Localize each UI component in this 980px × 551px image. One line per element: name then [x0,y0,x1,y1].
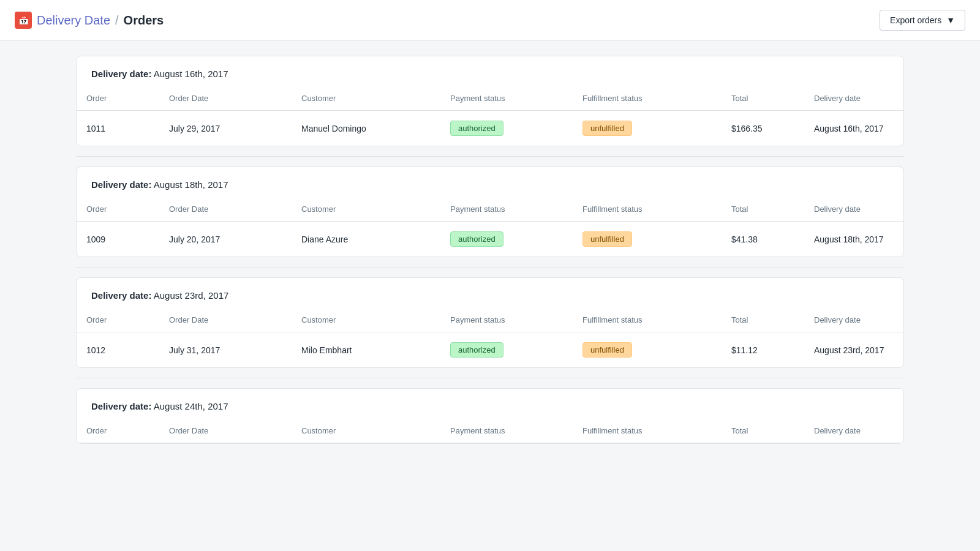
fulfillment-status-badge: unfulfilled [582,231,632,247]
cell-fulfillment-status: unfulfilled [573,222,722,257]
table-header-row: Order Order Date Customer Payment status… [77,419,903,443]
orders-table-1: Order Order Date Customer Payment status… [77,86,903,146]
cell-payment-status: authorized [440,222,573,257]
cell-customer: Diane Azure [292,222,440,257]
payment-status-badge: authorized [450,342,503,358]
col-header-customer: Customer [292,308,440,332]
cell-delivery-date: August 23rd, 2017 [804,332,903,368]
col-header-total: Total [722,308,804,332]
cell-order-date: July 20, 2017 [159,222,292,257]
col-header-total: Total [722,419,804,443]
col-header-delivery-date: Delivery date [804,419,903,443]
table-row[interactable]: 1009 July 20, 2017 Diane Azure authorize… [77,222,903,257]
export-orders-button[interactable]: Export orders ▼ [880,10,965,31]
col-header-delivery-date: Delivery date [804,197,903,222]
table-row[interactable]: 1012 July 31, 2017 Milo Embhart authoriz… [77,332,903,368]
col-header-fulfillment-status: Fulfillment status [573,308,722,332]
cell-fulfillment-status: unfulfilled [573,111,722,146]
breadcrumb-separator: / [115,13,119,28]
cell-order: 1012 [77,332,159,368]
delivery-date-label-3: Delivery date: [91,290,151,301]
col-header-payment-status: Payment status [440,86,573,111]
cell-order: 1009 [77,222,159,257]
delivery-date-value-3: August 23rd, 2017 [154,290,229,301]
col-header-delivery-date: Delivery date [804,86,903,111]
col-header-fulfillment-status: Fulfillment status [573,197,722,222]
table-row[interactable]: 1011 July 29, 2017 Manuel Domingo author… [77,111,903,146]
app-icon: 📅 [15,12,32,29]
col-header-customer: Customer [292,86,440,111]
col-header-order: Order [77,308,159,332]
cell-total: $11.12 [722,332,804,368]
delivery-date-value-1: August 16th, 2017 [154,69,228,79]
delivery-date-header-1: Delivery date: August 16th, 2017 [77,56,903,86]
col-header-customer: Customer [292,419,440,443]
cell-total: $166.35 [722,111,804,146]
header: 📅 Delivery Date / Orders Export orders ▼ [0,0,980,41]
col-header-order-date: Order Date [159,308,292,332]
cell-order-date: July 31, 2017 [159,332,292,368]
breadcrumb: 📅 Delivery Date / Orders [15,12,164,29]
cell-order: 1011 [77,111,159,146]
orders-table-4: Order Order Date Customer Payment status… [77,419,903,443]
delivery-date-value-2: August 18th, 2017 [154,179,228,190]
payment-status-badge: authorized [450,121,503,136]
cell-delivery-date: August 16th, 2017 [804,111,903,146]
col-header-payment-status: Payment status [440,197,573,222]
col-header-fulfillment-status: Fulfillment status [573,86,722,111]
delivery-date-header-3: Delivery date: August 23rd, 2017 [77,278,903,308]
group-divider-3 [76,378,904,378]
order-group-2: Delivery date: August 18th, 2017 Order O… [76,167,904,257]
delivery-date-header-2: Delivery date: August 18th, 2017 [77,167,903,197]
cell-order-date: July 29, 2017 [159,111,292,146]
order-group-4: Delivery date: August 24th, 2017 Order O… [76,388,904,444]
main-content: Delivery date: August 16th, 2017 Order O… [61,41,919,468]
fulfillment-status-badge: unfulfilled [582,121,632,136]
delivery-date-label-1: Delivery date: [91,69,151,79]
col-header-order: Order [77,86,159,111]
chevron-down-icon: ▼ [946,15,955,25]
col-header-delivery-date: Delivery date [804,308,903,332]
col-header-total: Total [722,197,804,222]
delivery-date-header-4: Delivery date: August 24th, 2017 [77,389,903,419]
delivery-date-value-4: August 24th, 2017 [154,401,228,411]
cell-customer: Manuel Domingo [292,111,440,146]
table-header-row: Order Order Date Customer Payment status… [77,197,903,222]
table-header-row: Order Order Date Customer Payment status… [77,86,903,111]
fulfillment-status-badge: unfulfilled [582,342,632,358]
col-header-order-date: Order Date [159,197,292,222]
export-orders-label: Export orders [890,15,941,25]
breadcrumb-parent[interactable]: Delivery Date [37,13,110,28]
orders-table-2: Order Order Date Customer Payment status… [77,197,903,257]
group-divider-1 [76,156,904,157]
payment-status-badge: authorized [450,231,503,247]
col-header-fulfillment-status: Fulfillment status [573,419,722,443]
col-header-order: Order [77,419,159,443]
breadcrumb-current: Orders [124,13,164,28]
cell-total: $41.38 [722,222,804,257]
order-group-3: Delivery date: August 23rd, 2017 Order O… [76,277,904,368]
cell-delivery-date: August 18th, 2017 [804,222,903,257]
col-header-total: Total [722,86,804,111]
col-header-payment-status: Payment status [440,419,573,443]
cell-payment-status: authorized [440,332,573,368]
group-divider-2 [76,267,904,268]
order-group-1: Delivery date: August 16th, 2017 Order O… [76,56,904,146]
delivery-date-label-4: Delivery date: [91,401,151,411]
cell-customer: Milo Embhart [292,332,440,368]
col-header-payment-status: Payment status [440,308,573,332]
delivery-date-label-2: Delivery date: [91,179,151,190]
col-header-customer: Customer [292,197,440,222]
orders-table-3: Order Order Date Customer Payment status… [77,308,903,367]
col-header-order-date: Order Date [159,86,292,111]
cell-payment-status: authorized [440,111,573,146]
table-header-row: Order Order Date Customer Payment status… [77,308,903,332]
col-header-order-date: Order Date [159,419,292,443]
cell-fulfillment-status: unfulfilled [573,332,722,368]
col-header-order: Order [77,197,159,222]
